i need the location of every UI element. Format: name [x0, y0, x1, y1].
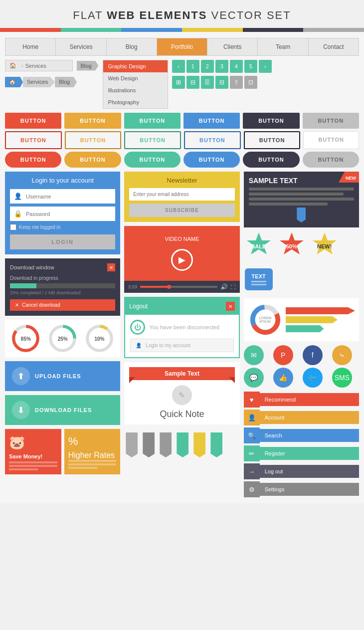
- btn-row-2: BUTTON BUTTON BUTTON BUTTON BUTTON BUTTO…: [5, 131, 359, 149]
- btn-r2-blue[interactable]: BUTTON: [184, 131, 241, 149]
- donut-85-label: 85%: [21, 336, 31, 341]
- btn-r1-blue[interactable]: BUTTON: [183, 113, 240, 129]
- social-icons: ✉ P f ⤷ 💬 👍 🐦 SMS: [244, 345, 359, 388]
- social-like-icon[interactable]: 👍: [273, 368, 293, 388]
- newsletter-input-field: [129, 188, 234, 201]
- save-lines: [9, 461, 57, 470]
- widget-rate[interactable]: % Higher Rates: [64, 429, 121, 474]
- btn-r3-blue[interactable]: BUTTON: [183, 152, 240, 168]
- social-chat-icon[interactable]: 💬: [244, 368, 264, 388]
- btn-r2-teal[interactable]: BUTTON: [124, 131, 181, 149]
- password-field[interactable]: 🔒: [10, 207, 115, 221]
- btn-r2-yellow[interactable]: BUTTON: [65, 131, 122, 149]
- subscribe-button[interactable]: SUBSCRIBE: [129, 204, 234, 217]
- btn-r1-yellow[interactable]: BUTTON: [64, 113, 121, 129]
- pg-4[interactable]: 4: [230, 60, 243, 73]
- menu-settings[interactable]: ⚙ Settings: [244, 481, 359, 497]
- nav-clients[interactable]: Clients: [207, 38, 258, 55]
- pg-next[interactable]: ›: [259, 60, 272, 73]
- btn-r2-outline[interactable]: BUTTON: [303, 131, 359, 149]
- middle-column: Newsletter SUBSCRIBE VIDEO NAME ▶ 2:23: [124, 172, 239, 497]
- breadcrumb-1[interactable]: 🏠 › Services: [5, 60, 73, 71]
- cancel-label: Cancel download: [22, 302, 60, 308]
- dropdown-item-illustrations[interactable]: Illustrations: [103, 84, 168, 96]
- menu-search[interactable]: 🔍 Search: [244, 427, 359, 443]
- donut-10-label: 10%: [94, 336, 104, 341]
- pg-prev[interactable]: ‹: [172, 60, 185, 73]
- login-to-account-link[interactable]: 👤 Login to my account: [130, 339, 233, 352]
- btn-r3-red[interactable]: BUTTON: [5, 152, 61, 168]
- widget-save[interactable]: 🐷 Save Money!: [5, 429, 61, 474]
- download-files-btn[interactable]: ⬇ DOWNLOAD FILES: [5, 395, 120, 425]
- social-email-icon[interactable]: ✉: [244, 345, 264, 365]
- pg-5[interactable]: 5: [244, 60, 257, 73]
- breadcrumb-2-home[interactable]: 🏠: [5, 77, 23, 87]
- social-twitter-icon[interactable]: 🐦: [303, 368, 323, 388]
- newsletter-email-input[interactable]: [133, 192, 230, 197]
- btn-r1-teal[interactable]: BUTTON: [124, 113, 181, 129]
- bc-2-services[interactable]: Services: [23, 77, 55, 87]
- social-facebook-icon[interactable]: f: [303, 345, 323, 365]
- bc-2-blog[interactable]: Blog: [55, 77, 77, 87]
- btn-r1-red[interactable]: BUTTON: [5, 113, 61, 129]
- btn-r3-yellow[interactable]: BUTTON: [64, 152, 121, 168]
- menu-recommend[interactable]: ♥ Recommend: [244, 392, 359, 408]
- remember-checkbox[interactable]: [10, 224, 16, 230]
- play-button[interactable]: ▶: [171, 249, 193, 271]
- list-icon[interactable]: ☰: [201, 76, 214, 89]
- upload-files-btn[interactable]: ⬆ UPLOAD FILES: [5, 361, 120, 391]
- login-button[interactable]: LOGIN: [10, 234, 115, 249]
- btn-r3-teal[interactable]: BUTTON: [124, 152, 181, 168]
- dropdown-item-graphic[interactable]: Graphic Design: [103, 60, 168, 72]
- fullscreen-icon[interactable]: ⛶: [231, 284, 236, 290]
- nav-contact[interactable]: Contact: [309, 38, 359, 55]
- btn-r3-dark[interactable]: BUTTON: [243, 152, 299, 168]
- exit-icon[interactable]: ⊡: [244, 76, 257, 89]
- dropdown-item-photography[interactable]: Photography: [103, 96, 168, 108]
- dropdown-item-web[interactable]: Web Design: [103, 72, 168, 84]
- dw-close-btn[interactable]: ✕: [107, 263, 115, 271]
- password-input[interactable]: [26, 211, 111, 217]
- bc-arrow-blog[interactable]: Blog: [77, 61, 99, 71]
- cancel-download-btn[interactable]: ✕ Cancel download: [10, 299, 115, 311]
- table-icon[interactable]: ⊟: [215, 76, 228, 89]
- share-icon[interactable]: ⇧: [230, 76, 243, 89]
- donut-25: 25%: [49, 325, 76, 352]
- menu-account[interactable]: 👤 Account: [244, 410, 359, 425]
- btn-r1-dark[interactable]: BUTTON: [243, 113, 299, 129]
- bookmark-ribbon-yellow: [193, 432, 205, 457]
- pg-1[interactable]: 1: [186, 60, 199, 73]
- nav-portfolio[interactable]: Portfolio: [157, 38, 207, 55]
- video-progress-bar[interactable]: [140, 286, 217, 288]
- nav-blog[interactable]: Blog: [107, 38, 157, 55]
- bookmark-ribbon-2: [143, 432, 155, 457]
- social-pinterest-icon[interactable]: P: [273, 345, 293, 365]
- social-sms-icon[interactable]: SMS: [332, 368, 352, 388]
- grid-4-icon[interactable]: ⊞: [172, 76, 185, 89]
- btn-r2-red[interactable]: BUTTON: [5, 131, 62, 149]
- register-icon: ✏: [244, 445, 260, 461]
- username-input[interactable]: [26, 194, 111, 200]
- btn-r3-light[interactable]: BUTTON: [303, 152, 359, 168]
- menu-logout[interactable]: → Log out: [244, 463, 359, 479]
- donut-large-label: LOREMIPSUM: [259, 316, 271, 323]
- nav-services[interactable]: Services: [56, 38, 106, 55]
- nav-home[interactable]: Home: [5, 38, 56, 55]
- username-field[interactable]: 👤: [10, 189, 115, 204]
- remember-row: Keep me logged in: [10, 224, 115, 230]
- pg-2[interactable]: 2: [201, 60, 214, 73]
- bookmark-ribbon-1: [126, 432, 138, 457]
- btn-r1-light[interactable]: BUTTON: [303, 113, 359, 129]
- social-share-icon[interactable]: ⤷: [332, 345, 352, 365]
- btn-r2-dark[interactable]: BUTTON: [244, 131, 301, 149]
- grid-9-icon[interactable]: ⊟: [186, 76, 199, 89]
- download-window: Download window ✕ Download in progress 2…: [5, 258, 120, 316]
- nav-team[interactable]: Team: [258, 38, 308, 55]
- video-title: VIDEO NAME: [165, 236, 199, 242]
- logout-close-btn[interactable]: ✕: [226, 302, 235, 311]
- volume-icon[interactable]: 🔊: [220, 283, 228, 290]
- donut-25-chart: 25%: [49, 325, 76, 352]
- upload-icon: ⬆: [12, 367, 30, 385]
- pg-3[interactable]: 3: [215, 60, 228, 73]
- menu-register[interactable]: ✏ Register: [244, 445, 359, 461]
